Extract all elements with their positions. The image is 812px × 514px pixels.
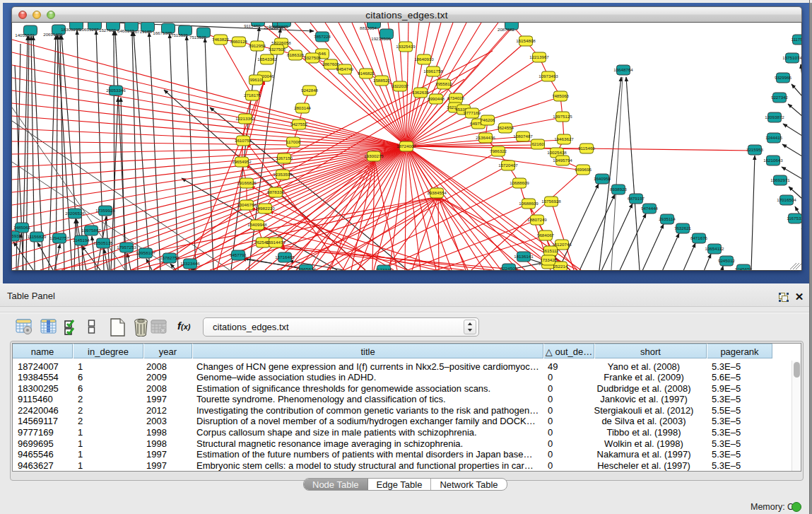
svg-text:9327505: 9327505 xyxy=(304,55,322,60)
svg-text:15716465: 15716465 xyxy=(275,255,295,259)
svg-text:6734028: 6734028 xyxy=(447,95,465,100)
svg-text:15692971: 15692971 xyxy=(770,177,790,182)
svg-text:8660124: 8660124 xyxy=(230,39,248,44)
svg-text:1244415: 1244415 xyxy=(765,135,783,140)
svg-text:10719185: 10719185 xyxy=(132,29,152,34)
svg-text:9327503: 9327503 xyxy=(269,47,286,52)
svg-text:12353594: 12353594 xyxy=(273,172,293,177)
svg-text:19654952: 19654952 xyxy=(232,159,252,164)
svg-text:7515526: 7515526 xyxy=(171,33,189,37)
svg-text:1615112: 1615112 xyxy=(542,248,559,253)
svg-text:12505135: 12505135 xyxy=(93,240,113,245)
svg-text:17957253: 17957253 xyxy=(117,245,136,250)
svg-text:16961758: 16961758 xyxy=(423,69,443,74)
svg-text:1173346: 1173346 xyxy=(375,267,392,270)
svg-text:1588520: 1588520 xyxy=(373,78,391,83)
svg-text:1733426: 1733426 xyxy=(540,257,558,262)
svg-text:9427552: 9427552 xyxy=(290,122,308,127)
svg-text:16648764: 16648764 xyxy=(613,67,633,72)
svg-text:20053346: 20053346 xyxy=(106,88,126,93)
svg-text:10807487: 10807487 xyxy=(513,134,533,139)
svg-text:3267150: 3267150 xyxy=(276,156,293,160)
svg-text:252214: 252214 xyxy=(553,264,568,269)
svg-text:99610: 99610 xyxy=(249,77,262,82)
svg-text:18724007: 18724007 xyxy=(396,144,416,148)
svg-text:12093872: 12093872 xyxy=(765,115,784,119)
svg-text:18807249: 18807249 xyxy=(527,217,547,222)
svg-text:9474444: 9474444 xyxy=(641,206,659,211)
svg-text:8454749: 8454749 xyxy=(336,66,354,71)
svg-text:9329966: 9329966 xyxy=(775,75,792,80)
svg-text:19218506: 19218506 xyxy=(371,36,391,41)
svg-text:14982220: 14982220 xyxy=(255,206,275,211)
svg-text:19384554: 19384554 xyxy=(427,190,447,195)
svg-text:8878334: 8878334 xyxy=(267,189,285,194)
svg-text:9457791: 9457791 xyxy=(230,252,247,257)
svg-text:19300275: 19300275 xyxy=(364,153,384,158)
svg-text:8813054: 8813054 xyxy=(360,25,377,30)
svg-text:10046766: 10046766 xyxy=(237,202,257,207)
svg-text:117006: 117006 xyxy=(286,139,301,144)
svg-text:12213967: 12213967 xyxy=(529,54,549,59)
svg-text:16914479: 16914479 xyxy=(266,240,286,245)
svg-text:3915931: 3915931 xyxy=(12,233,22,238)
svg-text:62160: 62160 xyxy=(531,141,544,146)
svg-text:10654112: 10654112 xyxy=(705,246,724,251)
svg-text:9684067: 9684067 xyxy=(537,233,555,238)
svg-text:1167533: 1167533 xyxy=(787,216,802,221)
svg-text:12323446: 12323446 xyxy=(180,261,200,266)
svg-text:3624554: 3624554 xyxy=(497,125,514,130)
svg-text:16782759: 16782759 xyxy=(160,255,180,260)
svg-text:7857224: 7857224 xyxy=(314,34,331,39)
svg-text:2087682: 2087682 xyxy=(498,27,515,32)
svg-text:20206526: 20206526 xyxy=(65,211,85,216)
svg-text:10965832: 10965832 xyxy=(296,267,316,270)
svg-text:8471676: 8471676 xyxy=(690,235,708,240)
svg-text:2935114: 2935114 xyxy=(659,216,676,221)
svg-text:12213363: 12213363 xyxy=(235,116,255,121)
svg-text:1117534: 1117534 xyxy=(791,37,802,42)
svg-text:18300295: 18300295 xyxy=(61,27,81,32)
svg-text:9242848: 9242848 xyxy=(301,88,319,93)
svg-text:19463627: 19463627 xyxy=(554,136,574,141)
svg-text:8912954: 8912954 xyxy=(249,43,266,48)
svg-text:1699695: 1699695 xyxy=(575,167,592,172)
svg-text:18640910: 18640910 xyxy=(414,57,434,62)
svg-text:13325419: 13325419 xyxy=(396,44,416,49)
svg-text:17359924: 17359924 xyxy=(95,208,115,213)
svg-text:9777169: 9777169 xyxy=(464,110,481,115)
svg-text:16671385: 16671385 xyxy=(153,30,172,35)
svg-text:6879197: 6879197 xyxy=(628,196,645,201)
svg-text:19166825: 19166825 xyxy=(237,180,257,185)
svg-text:8938923: 8938923 xyxy=(610,187,628,192)
svg-text:21364436: 21364436 xyxy=(476,135,495,140)
svg-text:13495794: 13495794 xyxy=(553,158,572,163)
svg-text:14055572: 14055572 xyxy=(15,33,35,37)
svg-text:8186328: 8186328 xyxy=(287,52,305,57)
svg-text:10688609: 10688609 xyxy=(510,180,529,185)
svg-text:7986322: 7986322 xyxy=(490,148,507,153)
svg-text:16210643: 16210643 xyxy=(763,158,783,163)
svg-text:2718176: 2718176 xyxy=(244,93,261,98)
svg-text:15751074: 15751074 xyxy=(782,55,802,60)
svg-text:2867608: 2867608 xyxy=(322,62,340,66)
svg-text:17016504: 17016504 xyxy=(777,197,796,202)
svg-text:1527602: 1527602 xyxy=(99,28,117,33)
svg-text:9227342: 9227342 xyxy=(771,95,789,100)
svg-text:9245012: 9245012 xyxy=(718,258,736,263)
svg-text:16543362: 16543362 xyxy=(257,57,277,62)
svg-text:7463822: 7463822 xyxy=(212,37,230,42)
svg-text:9322037: 9322037 xyxy=(392,83,409,88)
svg-text:10958107: 10958107 xyxy=(136,250,155,255)
svg-text:20691406: 20691406 xyxy=(43,32,63,37)
svg-text:9115460: 9115460 xyxy=(578,146,595,151)
svg-text:15409948: 15409948 xyxy=(247,222,267,227)
svg-text:10688609: 10688609 xyxy=(519,201,539,206)
svg-text:746206: 746206 xyxy=(481,117,495,122)
svg-text:1145194: 1145194 xyxy=(73,238,90,243)
svg-text:2803144: 2803144 xyxy=(294,105,312,110)
svg-text:7485063: 7485063 xyxy=(552,93,570,98)
svg-text:10975867: 10975867 xyxy=(81,228,101,233)
svg-text:15720407: 15720407 xyxy=(498,163,518,168)
svg-text:3215953: 3215953 xyxy=(746,147,764,152)
